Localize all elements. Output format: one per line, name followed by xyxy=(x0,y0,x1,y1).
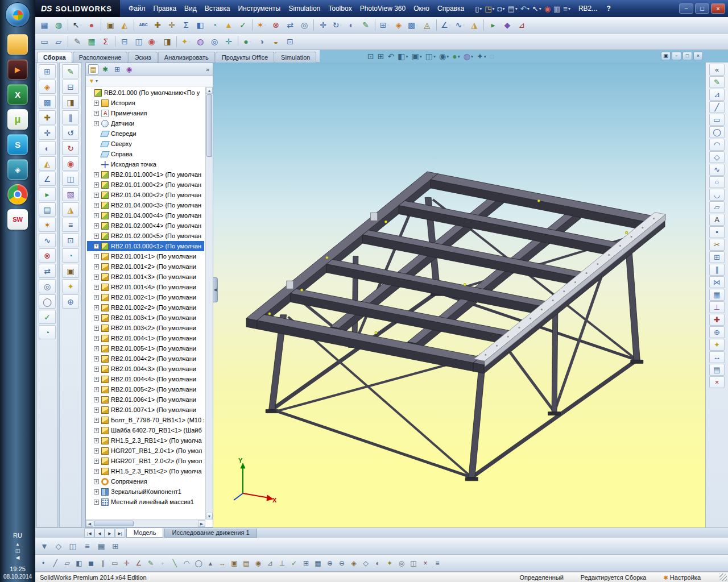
point-icon[interactable]: • xyxy=(709,226,725,238)
select-icon[interactable]: ↖▾ xyxy=(531,5,543,13)
tree-item[interactable]: RB2.01.003<1> (По умолчани xyxy=(87,313,204,323)
filter-components-icon[interactable]: ◇ xyxy=(360,557,371,569)
tree-item[interactable]: RB2.01.01.000<2> (По умолчан xyxy=(87,180,204,190)
model-tab[interactable]: Модель xyxy=(126,528,163,538)
configurationmanager-tab-icon[interactable]: ⊞ xyxy=(112,64,122,74)
solidworks-icon[interactable]: SW xyxy=(7,209,28,230)
tree-item[interactable]: HGR20T_RB1_2.0<2> (По умол xyxy=(87,456,204,466)
filter-edges-icon[interactable]: ╱ xyxy=(49,557,61,569)
command-tab[interactable]: Продукты Office xyxy=(216,52,274,63)
filter-list-icon[interactable]: ≡ xyxy=(80,539,94,553)
move-component-icon[interactable]: ✛ xyxy=(39,126,56,140)
measure-icon[interactable]: ✛ xyxy=(165,18,179,32)
tree-item[interactable]: RB2.01.004<3> (По умолчани xyxy=(87,364,204,374)
walkthrough-icon[interactable]: ✛ xyxy=(222,35,235,48)
sketch-icon[interactable]: ✎ xyxy=(709,76,725,88)
viewport-minimize-icon[interactable]: − xyxy=(672,52,681,60)
filter-vertices-icon[interactable]: • xyxy=(38,557,49,569)
volume-icon[interactable]: ◀ xyxy=(16,555,20,560)
spell-checker-icon[interactable]: ABC xyxy=(136,18,150,32)
expand-icon[interactable] xyxy=(94,121,99,126)
spline-icon[interactable]: ∿ xyxy=(709,164,725,176)
rebuild-strip-icon[interactable]: ↻ xyxy=(62,141,79,155)
polygon-icon[interactable]: ◇ xyxy=(709,151,725,163)
tree-item[interactable]: RB2.01.004<2> (По умолчани xyxy=(87,354,204,364)
filter-weld-symbols-icon[interactable]: ⊿ xyxy=(264,557,276,569)
filter-cameras-icon[interactable]: ◎ xyxy=(396,557,407,569)
separator[interactable] xyxy=(252,19,253,31)
exit-sketch-icon[interactable]: × xyxy=(709,376,725,388)
selection-filter-toggle-icon[interactable]: ▼ xyxy=(38,539,51,553)
menu-item[interactable]: Toolbox xyxy=(324,0,355,17)
new-document-icon[interactable]: ▯▾ xyxy=(474,5,483,13)
expand-icon[interactable] xyxy=(94,459,99,464)
menu-item[interactable]: PhotoView 360 xyxy=(356,0,410,17)
menu-item[interactable]: Вид xyxy=(180,0,201,17)
insert-component-icon[interactable]: ⊞ xyxy=(39,64,56,78)
zoom-fit-icon[interactable]: ⊡ xyxy=(366,52,375,61)
quick-snaps-icon[interactable]: ⊕ xyxy=(709,326,725,338)
layout-icon[interactable]: ▱ xyxy=(52,35,65,48)
tree-item[interactable]: История xyxy=(87,98,204,108)
separator[interactable] xyxy=(375,19,375,31)
separator[interactable] xyxy=(176,36,177,47)
tree-item[interactable]: RB2.01.01.000<1> (По умолчан xyxy=(87,169,204,180)
appearance-target-icon[interactable]: ◉▾ xyxy=(146,35,160,48)
expand-icon[interactable] xyxy=(94,397,99,402)
expand-icon[interactable] xyxy=(94,305,99,310)
expand-icon[interactable] xyxy=(94,469,99,474)
sketch-fillet-icon[interactable]: ◡ xyxy=(709,189,725,201)
integrated-preview-icon[interactable]: ◑ xyxy=(255,35,268,48)
scroll-left-icon[interactable]: ◀ xyxy=(86,520,93,527)
snapshot-strip-icon[interactable]: ⊕ xyxy=(62,294,79,309)
separator[interactable] xyxy=(101,19,101,31)
apply-scene-icon[interactable]: ◍▾ xyxy=(462,52,474,61)
view-settings-icon[interactable]: ✦▾ xyxy=(475,52,487,61)
utorrent-icon[interactable]: µ xyxy=(7,109,28,130)
expand-icon[interactable] xyxy=(94,275,99,280)
filter-annotations-icon[interactable]: ▣ xyxy=(229,557,240,569)
insert-components-icon[interactable]: ⊞▾ xyxy=(378,18,391,32)
tree-item[interactable]: Сверху xyxy=(87,139,204,149)
menu-item[interactable]: Инструменты xyxy=(234,0,284,17)
clearance-verification-icon[interactable]: ⇄ xyxy=(283,18,297,32)
tree-item[interactable]: RB2.01.001<4> (По умолчани xyxy=(87,282,204,292)
check-icon[interactable]: ✓ xyxy=(236,18,250,32)
filter-reference-points-icon[interactable]: ▴ xyxy=(205,557,216,569)
camera-strip-icon[interactable]: ▣ xyxy=(62,264,79,278)
action-center-icon[interactable]: ◫ xyxy=(15,548,20,554)
expand-icon[interactable] xyxy=(94,111,99,116)
filter-routing-points-icon[interactable]: ⊖ xyxy=(336,557,348,569)
filter-mates-icon[interactable]: ◈ xyxy=(348,557,359,569)
expand-icon[interactable] xyxy=(94,418,99,423)
filter-diamond-icon[interactable]: ◇ xyxy=(52,539,65,553)
filter-dimensions-icon[interactable]: ↔ xyxy=(217,557,228,569)
separator[interactable] xyxy=(134,19,134,31)
rectangle-icon[interactable]: ▭ xyxy=(709,114,725,126)
tree-item[interactable]: RH1.5_2.3_RB1<1> (По умолча xyxy=(87,435,204,446)
repair-sketch-icon[interactable]: ✚ xyxy=(709,314,725,326)
tree-item[interactable]: Болт_В_7798-70_RB1<1> (M10 x xyxy=(87,415,204,425)
expand-icon[interactable] xyxy=(94,377,99,382)
filter-axes-icon[interactable]: ∥ xyxy=(97,557,109,569)
print-icon[interactable]: ▤▾ xyxy=(506,5,518,13)
filter-sketches-icon[interactable]: ✎ xyxy=(145,557,156,569)
sensors-strip-icon[interactable]: ◔ xyxy=(62,248,79,263)
clearance-icon[interactable]: ⇄ xyxy=(39,264,56,278)
filter-coordinate-systems-icon[interactable]: ∠ xyxy=(133,557,144,569)
circle-icon[interactable]: ◯ xyxy=(709,126,725,138)
display-style-icon[interactable]: ◫▾ xyxy=(424,52,437,61)
tree-vertical-scrollbar[interactable]: ▲ ▼ xyxy=(205,87,213,519)
instant3d-icon[interactable]: ◮ xyxy=(468,18,481,32)
expand-icon[interactable] xyxy=(94,182,99,188)
analysis-icon[interactable]: ⊿ xyxy=(515,18,528,32)
expand-icon[interactable] xyxy=(94,315,99,321)
text-tool-icon[interactable]: A xyxy=(709,214,725,226)
close-button[interactable]: × xyxy=(711,3,725,14)
display-states-icon[interactable]: ◫ xyxy=(132,35,146,48)
media-player-icon[interactable]: ▶ xyxy=(7,59,28,80)
performance-check-icon[interactable]: ✓ xyxy=(39,310,56,324)
tree-item[interactable]: RB2.01.005<1> (По умолчани xyxy=(87,343,204,354)
separator[interactable] xyxy=(483,19,484,31)
arc-icon[interactable]: ◠ xyxy=(709,139,725,151)
